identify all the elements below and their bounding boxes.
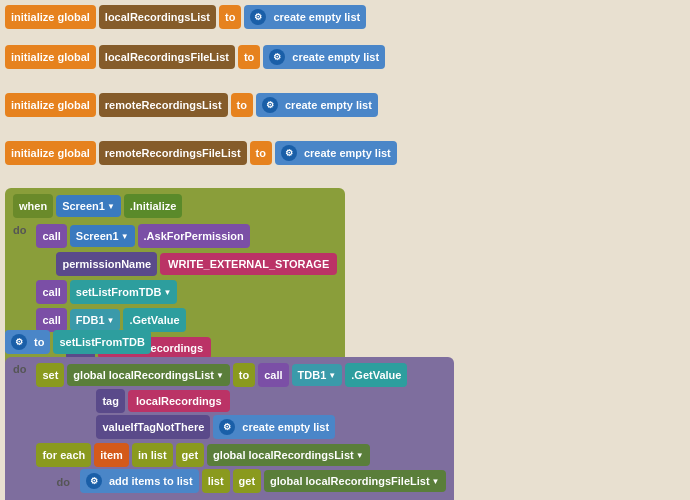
local-recordings-tag: localRecordings	[128, 390, 230, 412]
value-if-tag-label-2: valueIfTagNotThere	[96, 415, 210, 439]
permission-name-label: permissionName	[56, 252, 157, 276]
list-label: list	[202, 469, 230, 493]
do-label-1: do	[13, 224, 26, 236]
initialize-label-2: initialize global	[5, 45, 96, 69]
initialize-label-1: initialize global	[5, 5, 96, 29]
set-list-tdb-block[interactable]: setListFromTDB ▼	[70, 280, 177, 304]
to-label-set: ⚙ to	[5, 330, 50, 354]
write-external-storage: WRITE_EXTERNAL_STORAGE	[160, 253, 337, 275]
gear-icon-1: ⚙	[250, 9, 266, 25]
call-label-1: call	[36, 224, 66, 248]
ask-permission-block: .AskForPermission	[138, 224, 250, 248]
gear-icon-4: ⚙	[281, 145, 297, 161]
global-local-recordings-2[interactable]: global localRecordingsList ▼	[207, 444, 370, 466]
item-label[interactable]: item	[94, 443, 129, 467]
get-label-1: get	[176, 443, 205, 467]
initialize-label-4: initialize global	[5, 141, 96, 165]
create-empty-4: ⚙ create empty list	[275, 141, 397, 165]
var-name-4[interactable]: remoteRecordingsFileList	[99, 141, 247, 165]
var-name-1[interactable]: localRecordingsList	[99, 5, 216, 29]
tdb1-block[interactable]: TDB1 ▼	[292, 364, 343, 386]
tag-label-2: tag	[96, 389, 125, 413]
screen1-block-2[interactable]: Screen1 ▼	[70, 225, 135, 247]
call-label-set: call	[258, 363, 288, 387]
create-empty-2: ⚙ create empty list	[263, 45, 385, 69]
set-list-from-tdb-section: ⚙ to setListFromTDB do set global localR…	[5, 330, 454, 500]
get-value-block-2: .GetValue	[345, 363, 407, 387]
var-name-3[interactable]: remoteRecordingsList	[99, 93, 228, 117]
gear-icon-3: ⚙	[262, 97, 278, 113]
create-empty-3: ⚙ create empty list	[256, 93, 378, 117]
set-label: set	[36, 363, 64, 387]
to-label-4: to	[250, 141, 272, 165]
to-label-2: to	[238, 45, 260, 69]
call-label-2: call	[36, 280, 66, 304]
set-list-from-tdb-header[interactable]: setListFromTDB	[53, 330, 151, 354]
screen1-block[interactable]: Screen1 ▼	[56, 195, 121, 217]
do-label-2: do	[56, 476, 69, 488]
gear-icon-set: ⚙	[11, 334, 27, 350]
init-row-1: initialize global localRecordingsList to…	[5, 5, 366, 31]
gear-icon-add: ⚙	[86, 473, 102, 489]
init-row-3: initialize global remoteRecordingsList t…	[5, 93, 378, 119]
get-label-2: get	[233, 469, 262, 493]
add-items-gear: ⚙ add items to list	[80, 469, 199, 493]
global-local-recordings[interactable]: global localRecordingsList ▼	[67, 364, 230, 386]
to-label-set2: to	[233, 363, 255, 387]
to-label-3: to	[231, 93, 253, 117]
for-each-label: for each	[36, 443, 91, 467]
call-label-3: call	[36, 308, 66, 332]
gear-icon-2: ⚙	[269, 49, 285, 65]
in-list-label: in list	[132, 443, 173, 467]
init-row-4: initialize global remoteRecordingsFileLi…	[5, 141, 397, 167]
global-file-list[interactable]: global localRecordingsFileList ▼	[264, 470, 445, 492]
do-label-set: do	[13, 363, 26, 375]
when-label: when	[13, 194, 53, 218]
initialize-event: .Initialize	[124, 194, 182, 218]
create-empty-1: ⚙ create empty list	[244, 5, 366, 29]
to-label-1: to	[219, 5, 241, 29]
init-row-2: initialize global localRecordingsFileLis…	[5, 45, 385, 71]
fdb1-block[interactable]: FDB1 ▼	[70, 309, 121, 331]
get-value-block-1: .GetValue	[123, 308, 185, 332]
initialize-label-3: initialize global	[5, 93, 96, 117]
var-name-2[interactable]: localRecordingsFileList	[99, 45, 235, 69]
create-empty-set: ⚙ create empty list	[213, 415, 335, 439]
gear-icon-set2: ⚙	[219, 419, 235, 435]
